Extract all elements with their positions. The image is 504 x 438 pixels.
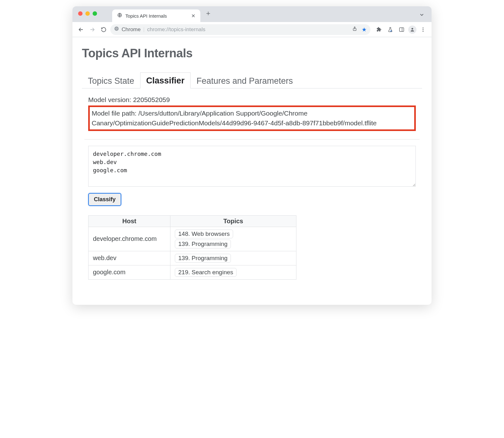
page-tab-features-and-parameters[interactable]: Features and Parameters xyxy=(191,73,299,88)
traffic-lights xyxy=(78,11,97,16)
svg-point-7 xyxy=(390,30,392,31)
tablist-dropdown-button[interactable] xyxy=(419,12,425,19)
host-cell: google.com xyxy=(89,265,170,279)
bookmark-star-icon[interactable]: ★ xyxy=(362,26,367,33)
classify-button[interactable]: Classify xyxy=(88,193,121,206)
page-content: Topics API Internals Topics StateClassif… xyxy=(72,37,432,305)
browser-tab-title: Topics API Internals xyxy=(125,13,188,19)
table-header-row: Host Topics xyxy=(89,215,296,227)
topic-chip: 219. Search engines xyxy=(175,268,237,277)
new-tab-button[interactable]: ＋ xyxy=(205,9,212,18)
model-path-label: Model file path: xyxy=(92,110,136,117)
svg-point-13 xyxy=(423,31,424,31)
share-icon[interactable] xyxy=(352,26,357,33)
titlebar: Topics API Internals ✕ ＋ xyxy=(72,6,432,22)
omnibox-separator: | xyxy=(143,26,144,33)
window-zoom-button[interactable] xyxy=(93,11,97,16)
kebab-menu-icon[interactable] xyxy=(418,25,428,34)
topic-chip: 139. Programming xyxy=(175,254,231,263)
toolbar: Chrome | chrome://topics-internals ★ xyxy=(72,22,432,37)
table-row: web.dev139. Programming xyxy=(89,251,296,265)
extensions-icon[interactable] xyxy=(374,25,384,34)
host-cell: web.dev xyxy=(89,251,170,265)
col-host: Host xyxy=(89,215,170,227)
results-table: Host Topics developer.chrome.com148. Web… xyxy=(88,215,296,280)
forward-button[interactable] xyxy=(88,25,97,34)
toolbar-actions xyxy=(372,25,428,34)
page-tab-classifier[interactable]: Classifier xyxy=(140,72,191,88)
table-row: developer.chrome.com148. Web browsers139… xyxy=(89,227,296,251)
col-topics: Topics xyxy=(170,215,296,227)
model-info: Model version: 2205052059 Model file pat… xyxy=(82,88,422,135)
table-row: google.com219. Search engines xyxy=(89,265,296,279)
model-path-highlight: Model file path: /Users/dutton/Library/A… xyxy=(88,105,416,131)
topic-chip: 148. Web browsers xyxy=(175,230,233,238)
svg-point-10 xyxy=(411,28,413,29)
browser-window: Topics API Internals ✕ ＋ Chrome | chrome… xyxy=(72,6,432,305)
hosts-textarea[interactable] xyxy=(88,146,416,187)
topics-cell: 219. Search engines xyxy=(170,265,296,279)
svg-point-5 xyxy=(116,28,117,29)
svg-point-12 xyxy=(423,29,424,30)
chrome-logo-icon xyxy=(114,26,119,33)
window-close-button[interactable] xyxy=(78,11,83,16)
classifier-form: Classify Host Topics developer.chrome.co… xyxy=(82,139,422,286)
browser-tab[interactable]: Topics API Internals ✕ xyxy=(112,9,200,22)
omnibox-url: chrome://topics-internals xyxy=(147,26,205,33)
model-version-line: Model version: 2205052059 xyxy=(88,95,416,105)
page-title: Topics API Internals xyxy=(82,47,422,60)
back-button[interactable] xyxy=(76,25,86,34)
page-tabs: Topics StateClassifierFeatures and Param… xyxy=(82,72,422,88)
svg-rect-8 xyxy=(399,28,404,31)
topic-chip: 139. Programming xyxy=(175,240,231,248)
model-version-value: 2205052059 xyxy=(133,96,170,103)
omnibox[interactable]: Chrome | chrome://topics-internals ★ xyxy=(110,24,370,35)
side-panel-icon[interactable] xyxy=(397,25,406,34)
topics-cell: 148. Web browsers139. Programming xyxy=(170,227,296,251)
host-cell: developer.chrome.com xyxy=(89,227,170,251)
window-minimize-button[interactable] xyxy=(85,11,90,16)
labs-icon[interactable] xyxy=(386,25,395,34)
globe-icon xyxy=(117,13,122,19)
svg-point-11 xyxy=(423,27,424,28)
tab-close-button[interactable]: ✕ xyxy=(191,13,195,19)
topics-cell: 139. Programming xyxy=(170,251,296,265)
omnibox-scheme-label: Chrome xyxy=(122,26,140,33)
model-version-label: Model version: xyxy=(88,96,131,103)
page-tab-topics-state[interactable]: Topics State xyxy=(82,73,140,88)
reload-button[interactable] xyxy=(99,25,108,34)
profile-avatar[interactable] xyxy=(408,26,416,34)
